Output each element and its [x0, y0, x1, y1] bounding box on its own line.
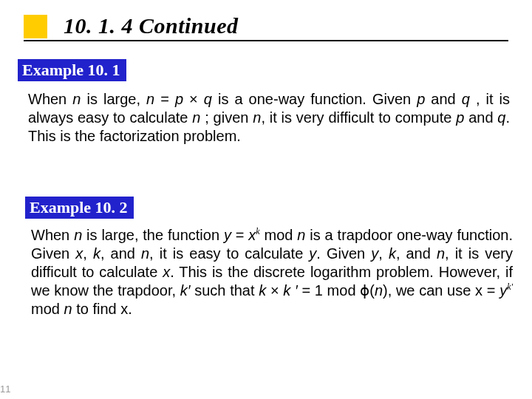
slide-title: 10. 1. 4 Continued — [64, 13, 239, 38]
corner-accent — [24, 15, 47, 38]
page-number: 11 — [0, 383, 10, 395]
example-2-label: Example 10. 2 — [25, 197, 134, 219]
slide-title-wrap: 10. 1. 4 Continued — [64, 13, 502, 40]
example-2-body: When n is large, the function y = xk mod… — [31, 226, 513, 318]
example-1-body: When n is large, n = p × q is a one-way … — [28, 90, 510, 146]
title-underline — [24, 40, 508, 41]
example-1-label: Example 10. 1 — [18, 59, 126, 81]
